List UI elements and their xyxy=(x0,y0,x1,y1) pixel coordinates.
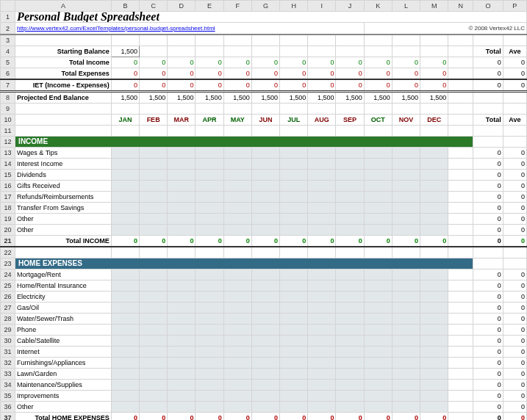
cell[interactable] xyxy=(364,126,392,137)
summary-value[interactable]: 0 xyxy=(308,79,336,92)
data-cell[interactable] xyxy=(251,269,279,280)
data-cell[interactable] xyxy=(168,347,196,358)
column-header[interactable]: N xyxy=(448,1,473,12)
data-cell[interactable] xyxy=(280,402,308,413)
cell[interactable] xyxy=(503,92,526,104)
data-cell[interactable] xyxy=(280,225,308,236)
data-cell[interactable] xyxy=(308,214,336,225)
line-item-label[interactable]: Lawn/Garden xyxy=(15,369,112,380)
row-header[interactable]: 1 xyxy=(1,12,15,23)
data-cell[interactable] xyxy=(140,402,168,413)
data-cell[interactable] xyxy=(336,347,364,358)
summary-value[interactable]: 0 xyxy=(223,79,251,92)
data-cell[interactable] xyxy=(364,303,392,314)
projected-value[interactable]: 1,500 xyxy=(420,92,448,104)
summary-value[interactable]: 0 xyxy=(392,79,420,92)
row-header[interactable]: 22 xyxy=(1,247,15,258)
data-cell[interactable] xyxy=(420,380,448,391)
data-cell[interactable] xyxy=(196,280,223,292)
cell[interactable] xyxy=(364,104,392,115)
data-cell[interactable] xyxy=(420,325,448,336)
summary-value[interactable]: 0 xyxy=(223,68,251,80)
summary-value[interactable]: 0 xyxy=(140,68,168,80)
row-header[interactable]: 21 xyxy=(1,236,15,247)
data-cell[interactable] xyxy=(280,203,308,214)
data-cell[interactable] xyxy=(280,170,308,181)
column-header[interactable]: M xyxy=(420,1,448,12)
data-cell[interactable] xyxy=(336,292,364,303)
data-cell[interactable] xyxy=(140,170,168,181)
data-cell[interactable] xyxy=(280,358,308,369)
data-cell[interactable] xyxy=(420,280,448,292)
data-cell[interactable] xyxy=(168,391,196,402)
row-header[interactable]: 35 xyxy=(1,391,15,402)
data-cell[interactable] xyxy=(420,303,448,314)
data-cell[interactable] xyxy=(392,159,420,170)
data-cell[interactable] xyxy=(168,269,196,280)
data-cell[interactable] xyxy=(392,280,420,292)
cell[interactable] xyxy=(111,126,139,137)
data-cell[interactable] xyxy=(168,358,196,369)
row-header[interactable]: 29 xyxy=(1,325,15,336)
cell[interactable] xyxy=(15,247,112,258)
cell[interactable] xyxy=(448,203,473,214)
data-cell[interactable] xyxy=(308,380,336,391)
data-cell[interactable] xyxy=(140,192,168,203)
data-cell[interactable] xyxy=(111,292,139,303)
cell[interactable] xyxy=(503,137,526,148)
data-cell[interactable] xyxy=(420,269,448,280)
summary-value[interactable]: 0 xyxy=(196,68,223,80)
data-cell[interactable] xyxy=(140,336,168,347)
data-cell[interactable] xyxy=(196,269,223,280)
data-cell[interactable] xyxy=(336,225,364,236)
data-cell[interactable] xyxy=(251,380,279,391)
cell[interactable] xyxy=(140,46,168,57)
line-item-label[interactable]: Internet xyxy=(15,347,112,358)
column-header[interactable]: P xyxy=(503,1,526,12)
data-cell[interactable] xyxy=(223,402,251,413)
summary-value[interactable]: 0 xyxy=(420,57,448,68)
data-cell[interactable] xyxy=(223,214,251,225)
data-cell[interactable] xyxy=(336,203,364,214)
data-cell[interactable] xyxy=(111,402,139,413)
column-header[interactable]: A xyxy=(15,1,112,12)
data-cell[interactable] xyxy=(140,292,168,303)
cell[interactable] xyxy=(473,92,503,104)
summary-value[interactable]: 0 xyxy=(392,57,420,68)
projected-value[interactable]: 1,500 xyxy=(364,92,392,104)
cell[interactable] xyxy=(448,46,473,57)
starting-balance-value[interactable]: 1,500 xyxy=(111,46,139,57)
data-cell[interactable] xyxy=(336,280,364,292)
data-cell[interactable] xyxy=(420,292,448,303)
line-item-label[interactable]: Water/Sewer/Trash xyxy=(15,314,112,325)
row-header[interactable]: 4 xyxy=(1,46,15,57)
line-item-label[interactable]: Improvements xyxy=(15,391,112,402)
data-cell[interactable] xyxy=(111,159,139,170)
row-header[interactable]: 37 xyxy=(1,413,15,421)
row-header[interactable]: 33 xyxy=(1,369,15,380)
data-cell[interactable] xyxy=(223,181,251,192)
data-cell[interactable] xyxy=(168,402,196,413)
data-cell[interactable] xyxy=(111,214,139,225)
data-cell[interactable] xyxy=(251,369,279,380)
row-header[interactable]: 2 xyxy=(1,23,15,35)
cell[interactable] xyxy=(448,325,473,336)
row-header[interactable]: 26 xyxy=(1,292,15,303)
data-cell[interactable] xyxy=(223,380,251,391)
projected-value[interactable]: 1,500 xyxy=(308,92,336,104)
data-cell[interactable] xyxy=(196,347,223,358)
cell[interactable] xyxy=(111,35,139,46)
cell[interactable] xyxy=(223,46,251,57)
summary-value[interactable]: 0 xyxy=(336,57,364,68)
data-cell[interactable] xyxy=(223,170,251,181)
column-header[interactable]: C xyxy=(140,1,168,12)
data-cell[interactable] xyxy=(196,292,223,303)
data-cell[interactable] xyxy=(364,325,392,336)
data-cell[interactable] xyxy=(168,159,196,170)
data-cell[interactable] xyxy=(251,325,279,336)
data-cell[interactable] xyxy=(111,358,139,369)
data-cell[interactable] xyxy=(420,192,448,203)
data-cell[interactable] xyxy=(140,391,168,402)
cell[interactable] xyxy=(168,46,196,57)
data-cell[interactable] xyxy=(392,314,420,325)
